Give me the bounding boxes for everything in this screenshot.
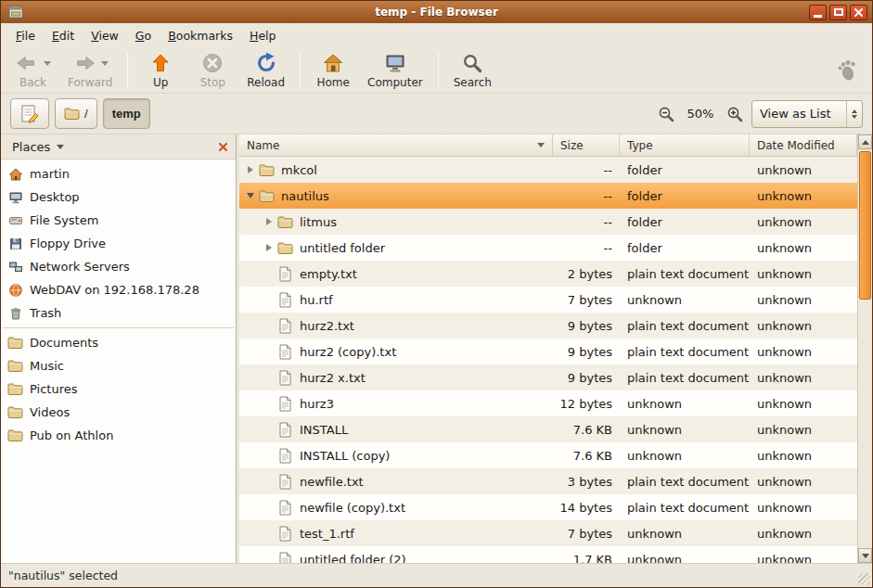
file-size-cell: 3 bytes (553, 468, 620, 494)
resize-grip[interactable] (858, 573, 870, 585)
file-list: mkcol--folderunknownnautilus--folderunkn… (239, 157, 857, 563)
scroll-up-button[interactable] (858, 134, 872, 149)
file-type: plain text document (627, 267, 749, 281)
collapsed-expander-icon[interactable] (243, 162, 258, 177)
collapsed-expander-icon[interactable] (262, 240, 276, 255)
column-header-size[interactable]: Size (553, 134, 620, 157)
file-name-cell: untitled folder (239, 235, 553, 261)
file-row-hurz3[interactable]: hurz312 bytesunknownunknown (239, 390, 857, 416)
file-name: mkcol (281, 163, 317, 177)
view-as-combo[interactable]: View as List (751, 100, 863, 128)
column-header-name[interactable]: Name (239, 134, 553, 157)
sidebar-item-music[interactable]: Music (1, 354, 236, 377)
home-button[interactable]: Home (307, 49, 359, 92)
reload-button[interactable]: Reload (238, 49, 293, 92)
zoom-out-button[interactable] (654, 102, 678, 126)
scrollbar-thumb[interactable] (859, 151, 871, 300)
file-row-untitled-folder[interactable]: untitled folder--folderunknown (239, 235, 857, 261)
sidebar-item-label: Desktop (30, 190, 80, 204)
text-file-icon (276, 474, 294, 490)
file-type: folder (627, 163, 662, 177)
sidebar-item-floppy-drive[interactable]: Floppy Drive (1, 232, 236, 255)
sidebar-item-label: Pub on Athlon (30, 428, 113, 442)
forward-button[interactable]: Forward (59, 49, 121, 92)
scrollbar-track[interactable] (858, 149, 872, 548)
file-size: 7.6 KB (573, 423, 612, 437)
path-root-button[interactable]: / (55, 98, 97, 129)
file-row-install[interactable]: INSTALL7.6 KBunknownunknown (239, 416, 857, 442)
places-selector[interactable]: Places (4, 137, 72, 157)
up-button[interactable]: Up (135, 49, 186, 92)
text-file-icon (276, 266, 294, 282)
file-name-cell: mkcol (239, 157, 553, 183)
file-type-cell: folder (620, 209, 750, 235)
indent-spacer (239, 559, 262, 560)
sidebar-item-webdav-on-192-168-178-28[interactable]: WebDAV on 192.168.178.28 (1, 278, 236, 301)
toolbar-button-label: Reload (247, 76, 285, 89)
scroll-down-button[interactable] (858, 548, 872, 563)
file-modified-cell: unknown (750, 183, 857, 209)
file-type: unknown (627, 423, 682, 437)
minimize-button[interactable] (809, 5, 827, 20)
column-header-label: Date Modified (757, 139, 835, 152)
file-row-hu-rtf[interactable]: hu.rtf7 bytesunknownunknown (239, 287, 857, 313)
menu-edit[interactable]: Edit (44, 25, 83, 46)
maximize-button[interactable] (829, 5, 847, 20)
file-date-modified: unknown (757, 397, 812, 411)
back-dropdown-icon[interactable] (44, 61, 51, 66)
file-size-cell: -- (553, 157, 620, 183)
file-row-empty-txt[interactable]: empty.txt2 bytesplain text documentunkno… (239, 261, 857, 287)
window-title: temp - File Browser (1, 6, 872, 19)
column-header-type[interactable]: Type (620, 134, 750, 157)
toolbar-button-label: Up (153, 76, 168, 89)
expanded-expander-icon[interactable] (243, 188, 258, 203)
forward-dropdown-icon[interactable] (101, 61, 109, 66)
sidebar-close-button[interactable] (218, 142, 228, 152)
file-row-nautilus[interactable]: nautilus--folderunknown (239, 183, 857, 209)
menu-help[interactable]: Help (241, 25, 285, 46)
file-row-mkcol[interactable]: mkcol--folderunknown (239, 157, 857, 183)
search-button[interactable]: Search (445, 49, 500, 92)
titlebar[interactable]: temp - File Browser (1, 1, 872, 23)
stop-button[interactable]: Stop (186, 49, 238, 92)
file-date-modified: unknown (757, 475, 812, 489)
sidebar-item-martin[interactable]: martin (1, 162, 236, 185)
file-row-untitled-folder-2[interactable]: untitled folder (2)1.7 KBunknownunknown (239, 546, 857, 563)
sidebar-item-trash[interactable]: Trash (1, 301, 236, 325)
sidebar-item-pub-on-athlon[interactable]: Pub on Athlon (1, 424, 236, 447)
home-icon (322, 52, 344, 75)
zoom-in-button[interactable] (723, 102, 747, 126)
file-row-hurz2-copy-txt[interactable]: hurz2 (copy).txt9 bytesplain text docume… (239, 339, 857, 364)
back-button[interactable]: Back (6, 49, 59, 92)
sidebar-item-pictures[interactable]: Pictures (1, 377, 236, 401)
menu-view[interactable]: View (83, 25, 127, 46)
computer-button[interactable]: Computer (359, 49, 431, 92)
file-row-hurz2-x-txt[interactable]: hurz2 x.txt9 bytesplain text documentunk… (239, 364, 857, 390)
file-row-hurz2-txt[interactable]: hurz2.txt9 bytesplain text documentunkno… (239, 313, 857, 339)
file-row-install-copy[interactable]: INSTALL (copy)7.6 KBunknownunknown (239, 442, 857, 468)
menu-go[interactable]: Go (127, 25, 160, 46)
text-file-icon (276, 370, 294, 386)
sidebar-item-videos[interactable]: Videos (1, 401, 236, 424)
file-row-test-1-rtf[interactable]: test_1.rtf7 bytesunknownunknown (239, 520, 857, 546)
edit-location-button[interactable] (10, 98, 49, 129)
collapsed-expander-icon[interactable] (262, 214, 276, 229)
menu-bookmarks[interactable]: Bookmarks (160, 25, 241, 46)
vertical-scrollbar[interactable] (857, 134, 872, 563)
file-size-cell: 9 bytes (553, 339, 620, 364)
file-row-litmus[interactable]: litmus--folderunknown (239, 209, 857, 235)
file-name-cell: hu.rtf (239, 287, 553, 313)
close-button[interactable] (850, 5, 867, 20)
path-current-button[interactable]: temp (103, 98, 150, 129)
sidebar-item-documents[interactable]: Documents (1, 331, 236, 354)
sidebar-item-file-system[interactable]: File System (1, 209, 236, 232)
file-row-newfile-copy-txt[interactable]: newfile (copy).txt14 bytesplain text doc… (239, 494, 857, 520)
indent-spacer (239, 326, 262, 326)
sidebar-item-desktop[interactable]: Desktop (1, 185, 236, 209)
sidebar-item-network-servers[interactable]: Network Servers (1, 255, 236, 278)
file-row-newfile-txt[interactable]: newfile.txt3 bytesplain text documentunk… (239, 468, 857, 494)
menu-file[interactable]: File (7, 25, 44, 46)
file-type-cell: unknown (620, 520, 750, 546)
chevron-down-icon (57, 145, 64, 149)
column-header-date-modified[interactable]: Date Modified (750, 134, 857, 157)
